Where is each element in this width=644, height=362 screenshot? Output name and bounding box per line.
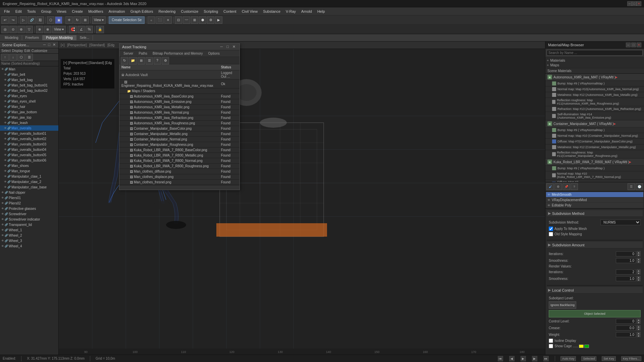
asset-name-cell[interactable]: 🖼Autonomous_KMR_iiwa_Roughness.png: [119, 121, 219, 126]
asset-name-cell[interactable]: 🖼Autonomous_KMR_iiwa_Refraction.png: [119, 115, 219, 121]
asset-menu-options[interactable]: Options: [206, 51, 222, 56]
scene-sort-asc[interactable]: ↑: [1, 54, 9, 61]
menu-edit[interactable]: Edit: [13, 9, 24, 14]
goto-start-btn[interactable]: ⏮: [498, 356, 503, 361]
scene-item-man-eyes-shell[interactable]: 👁 🔗 Man_eyes_shell: [0, 99, 58, 104]
select-mode-button[interactable]: ⬡: [47, 16, 54, 24]
mat-entry-kuka-normal[interactable]: Normal map: Map #10 (Kuka_Robot_LBR_IIWA…: [545, 171, 644, 180]
scene-item-man-overalls[interactable]: 👁 🔗 Man_overalls: [0, 125, 58, 131]
mod-paint-btn[interactable]: 🖌: [546, 183, 554, 190]
menu-file[interactable]: File: [1, 9, 13, 14]
selected-btn[interactable]: Selected: [581, 356, 596, 361]
scene-item-man-leash[interactable]: 👁 🔗 Man_leash: [0, 120, 58, 125]
asset-grid-btn[interactable]: ⊞: [138, 57, 145, 64]
menu-help[interactable]: Help: [315, 9, 328, 14]
asset-menu-server[interactable]: Server: [121, 51, 136, 56]
prev-frame-btn[interactable]: ◀: [509, 356, 515, 361]
menu-vray[interactable]: V-Ray: [283, 9, 299, 14]
local-control-section[interactable]: ▶ Local Control: [547, 287, 643, 294]
iterations-input[interactable]: [616, 251, 636, 256]
scene-view-options[interactable]: ☰: [25, 54, 33, 61]
asset-scroll-area[interactable]: Name Status 🏛Autodesk VaultLogged Out ..…: [119, 64, 239, 185]
select-button[interactable]: ▷: [20, 16, 27, 24]
select-all-button[interactable]: ▣: [55, 16, 62, 24]
menu-content[interactable]: Content: [221, 9, 239, 14]
tab-modeling[interactable]: Modeling: [1, 35, 22, 40]
mat-entry-cont-normal[interactable]: Normal map: Map #10 (Container_Manipulat…: [545, 133, 644, 139]
asset-name-cell[interactable]: 🏛Autodesk Vault: [119, 70, 219, 79]
scene-sort-desc[interactable]: ↓: [9, 54, 17, 61]
scene-item-wheel4[interactable]: 👁 🔗 Wheel_4: [0, 243, 58, 249]
tb2-btn1[interactable]: ◎: [1, 26, 9, 33]
mat-entry-normal10[interactable]: Normal map: Map #10(Autonomous_KMR_iiwa_…: [545, 86, 644, 92]
mod-hist-btn[interactable]: 🕐: [636, 183, 643, 190]
scene-item-man-overalls-btn01[interactable]: 👁 🔗 Man_overalls_button01: [0, 131, 58, 136]
weight-up[interactable]: ▲: [637, 332, 641, 335]
old-style-mapping-checkbox[interactable]: [549, 232, 553, 236]
render-iterations-down-btn[interactable]: ▼: [637, 272, 641, 275]
scene-item-man-shoes[interactable]: 👁 🔗 Man_shoes: [0, 163, 58, 168]
materials-section[interactable]: + Materials: [547, 58, 643, 63]
show-cage-color1[interactable]: [579, 345, 584, 348]
crease-input[interactable]: [616, 325, 636, 330]
material-browser-content[interactable]: ▣ Autonomous_KMR_iiwa_MAT ( VRayMtl ) ▶ …: [545, 74, 644, 182]
asset-panel-close[interactable]: ✕: [231, 45, 237, 49]
mod-settings-btn[interactable]: ⚙: [554, 183, 562, 190]
subdivision-amount-section[interactable]: ▶ Subdivision Amount: [547, 242, 643, 248]
editable-poly-item[interactable]: 👁 Editable Poly: [546, 203, 643, 208]
scene-item-man-belt-bag[interactable]: 👁 🔗 Man_belt_bag: [0, 77, 58, 82]
menu-scripting[interactable]: Scripting: [201, 9, 221, 14]
mod-pin-btn[interactable]: 📌: [562, 183, 570, 190]
asset-panel-restore[interactable]: □: [225, 45, 230, 49]
asset-name-cell[interactable]: 🖼Container_Manipulator_Roughness.png: [119, 142, 219, 147]
scene-item-man-overalls-btn04[interactable]: 👁 🔗 Man_overalls_button04: [0, 147, 58, 152]
render-smoothness-down-btn[interactable]: ▼: [637, 279, 641, 281]
iterations-down-btn[interactable]: ▼: [637, 254, 641, 256]
asset-name-cell[interactable]: 🖼Autonomous_KMR_iiwa_Metallic.png: [119, 105, 219, 110]
scene-item-screwdriver[interactable]: 👁 🔗 Screwdriver: [0, 211, 58, 217]
scene-item-man-belt-bag-btn01[interactable]: 👁 🔗 Man_belt_bag_button01: [0, 82, 58, 88]
schematic-button[interactable]: ⊞: [191, 16, 198, 24]
vray-displacement-item[interactable]: 👁 VRayDisplacementMod: [546, 197, 643, 202]
mod-help-btn[interactable]: ?: [571, 183, 578, 190]
close-button[interactable]: ✕: [637, 1, 641, 6]
menu-tools[interactable]: Tools: [24, 9, 39, 14]
scale-button[interactable]: ⊞: [82, 16, 89, 24]
menu-graph-editors[interactable]: Graph Editors: [128, 9, 156, 14]
scene-item-nail-clipper[interactable]: 👁 🔗 Nail clipper: [0, 190, 58, 195]
render-iterations-input[interactable]: [616, 269, 636, 275]
asset-panel-minimize[interactable]: ─: [219, 45, 224, 49]
rotate-button[interactable]: ↻: [73, 16, 81, 24]
play-btn[interactable]: ▶: [521, 356, 526, 361]
mat-group-autonomous-kmr-header[interactable]: ▣ Autonomous_KMR_iiwa_MAT ( VRayMtl ) ▶: [545, 74, 644, 81]
scene-item-man-tongue[interactable]: 👁 🔗 Man_tongue: [0, 168, 58, 174]
asset-name-cell[interactable]: 🖼Autonomous_KMR_iiwa_BaseColor.png: [119, 94, 219, 99]
iterations-up-btn[interactable]: ▲: [637, 251, 641, 254]
render-smoothness-input[interactable]: [616, 276, 636, 281]
menu-arnold[interactable]: Arnold: [299, 9, 315, 14]
scene-item-man-jaw-bottom[interactable]: 👁 🔗 Man_jaw_bottom: [0, 109, 58, 115]
crease-down[interactable]: ▼: [637, 328, 641, 330]
smoothness-up-btn[interactable]: ▲: [637, 258, 641, 260]
tab-polygon-modeling[interactable]: Polygon Modeling: [43, 35, 76, 40]
asset-name-cell[interactable]: 🖼Container_Manipulator_Normal.png: [119, 137, 219, 142]
asset-name-cell[interactable]: 🖼Container_Manipulator_BaseColor.png: [119, 126, 219, 131]
select-link-button[interactable]: 🔗: [28, 16, 36, 24]
asset-name-cell[interactable]: 🖼Kuka_Robot_LBR_IIWA_7_R800_Metallic.png: [119, 153, 219, 158]
scene-item-man-jaw-top[interactable]: 👁 🔗 Man_jaw_top: [0, 115, 58, 120]
crease-up[interactable]: ▲: [637, 325, 641, 328]
asset-name-cell[interactable]: 🖼Kuka_Robot_LBR_IIWA_7_R800_Roughness.pn…: [119, 164, 219, 169]
asset-menu-paths[interactable]: Paths: [136, 51, 150, 56]
auto-key-btn[interactable]: Auto Key: [560, 356, 576, 361]
mat-entry-metalness12[interactable]: Metalness: Map #12 (Autonomous_KMR_iiwa_…: [545, 92, 644, 98]
named-sel-button[interactable]: ⬦: [148, 16, 155, 24]
scene-item-pliers01[interactable]: 👁 🔗 Pliers01: [0, 195, 58, 200]
asset-name-cell[interactable]: 🖼Man_clothes_diffuse.png: [119, 169, 219, 174]
mat-group-container-header[interactable]: ▣ Container_Manipulator_MAT ( VRayMtl ) …: [545, 120, 644, 127]
menu-customize[interactable]: Customize: [178, 9, 201, 14]
asset-name-cell[interactable]: 📁Maps / Shaders: [119, 88, 219, 94]
asset-name-cell[interactable]: 🖼Autonomous_KMR_iiwa_Emissive.png: [119, 99, 219, 105]
tb2-btn6[interactable]: ⊗: [44, 26, 51, 33]
curve-editor-button[interactable]: 〰: [183, 16, 190, 24]
undo-button[interactable]: ↩: [1, 16, 9, 24]
